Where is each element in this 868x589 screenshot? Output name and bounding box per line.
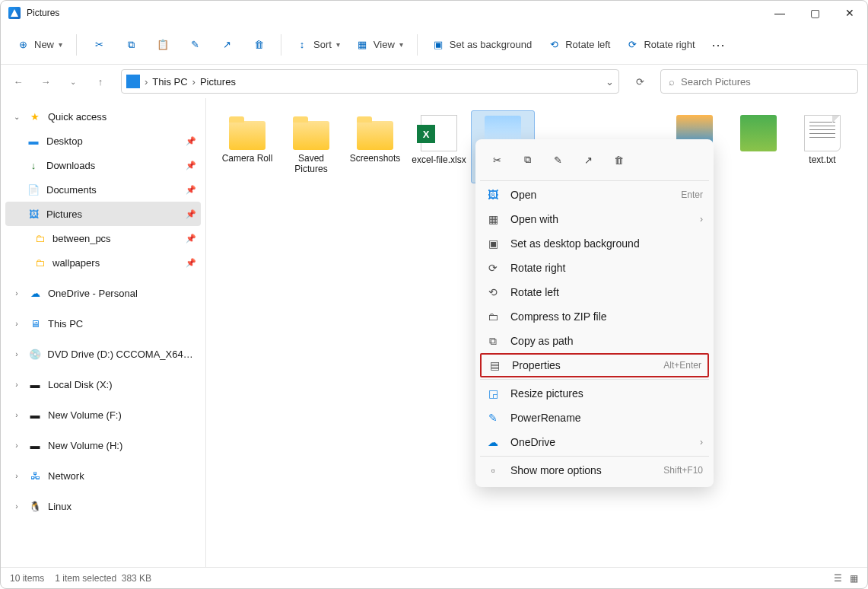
view-icon: ▦ [355,38,369,52]
nav-volh[interactable]: ›▬New Volume (H:) [5,433,201,457]
ctx-delete[interactable]: 🗑 [605,147,632,173]
nav-volf[interactable]: ›▬New Volume (F:) [5,403,201,427]
file-excel[interactable]: excel-file.xlsx [407,110,471,183]
delete-button[interactable]: 🗑 [244,32,273,58]
recent-button[interactable]: ⌄ [62,70,84,93]
rotate-left-icon: ⟲ [486,286,500,298]
ctx-cut[interactable]: ✂ [483,147,510,173]
sort-icon: ↕ [295,38,309,52]
ctx-properties[interactable]: ▤PropertiesAlt+Enter [480,353,709,377]
more-button[interactable]: ⋯ [704,32,733,58]
background-icon: ▣ [431,38,445,52]
minimize-button[interactable]: — [762,1,797,25]
nav-network[interactable]: ›🖧Network [5,463,201,488]
view-button[interactable]: ▦View▾ [349,32,409,58]
status-count: 10 items [10,573,44,584]
scissors-icon: ✂ [92,38,106,52]
more-icon: ▫ [486,464,500,476]
cut-button[interactable]: ✂ [84,32,113,58]
resize-icon: ◲ [486,387,500,400]
nav-linux[interactable]: ›🐧Linux [5,494,201,518]
new-button[interactable]: ⊕New▾ [10,32,68,58]
rename-icon: ✎ [188,38,202,52]
set-background-button[interactable]: ▣Set as background [425,32,538,58]
ctx-power-rename[interactable]: ✎PowerRename [480,406,709,430]
status-selection: 1 item selected 383 KB [55,573,151,584]
rotate-left-icon: ⟲ [547,38,561,52]
ctx-copy[interactable]: ⧉ [513,147,541,173]
search-input[interactable] [681,76,850,88]
nav-row: ← → ⌄ ↑ › This PC › Pictures ⌄ ⟳ ⌕ [1,65,867,98]
folder-icon [229,121,265,150]
nav-wallpapers[interactable]: 🗀wallpapers📌 [5,250,201,275]
folder-icon [293,121,329,150]
path-icon: ⧉ [486,335,500,348]
onedrive-icon: ☁ [486,436,500,448]
share-button[interactable]: ↗ [212,32,241,58]
background-icon: ▣ [486,237,500,250]
text-icon [804,115,841,151]
file-camera-roll[interactable]: Camera Roll [215,110,279,183]
up-button[interactable]: ↑ [89,70,112,93]
file-text[interactable]: text.txt [790,110,854,183]
icons-view-button[interactable]: ▦ [850,573,858,584]
ctx-open-with[interactable]: ▦Open with› [480,207,709,231]
close-button[interactable]: ✕ [832,1,867,25]
rotate-right-button[interactable]: ⟳Rotate right [619,32,701,58]
ctx-rotate-right[interactable]: ⟳Rotate right [480,256,709,280]
open-icon: 🖼 [486,189,500,201]
nav-onedrive[interactable]: ›☁OneDrive - Personal [5,281,201,305]
pictures-icon [126,75,140,88]
trash-icon: 🗑 [252,38,265,52]
forward-button[interactable]: → [34,70,57,93]
ctx-more-options[interactable]: ▫Show more optionsShift+F10 [480,458,709,482]
ctx-open[interactable]: 🖼OpenEnter [480,183,709,207]
back-button[interactable]: ← [7,70,30,93]
search-box[interactable]: ⌕ [660,69,858,94]
excel-icon [421,115,457,151]
nav-desktop[interactable]: ▬Desktop📌 [5,129,201,153]
ctx-resize[interactable]: ◲Resize pictures [480,381,709,406]
nav-dvd[interactable]: ›💿DVD Drive (D:) CCCOMA_X64FRE_EN-US [5,342,201,366]
copy-icon: ⧉ [524,154,531,166]
nav-downloads[interactable]: ↓Downloads📌 [5,153,201,177]
ctx-share[interactable]: ↗ [574,147,602,173]
ctx-onedrive[interactable]: ☁OneDrive› [480,430,709,454]
nav-pictures[interactable]: 🖼Pictures📌 [5,202,201,226]
powerrename-icon: ✎ [486,412,500,424]
breadcrumb[interactable]: › This PC › Pictures ⌄ [121,69,619,94]
copy-button[interactable]: ⧉ [116,32,145,58]
file-hidden3[interactable] [727,110,790,183]
rotate-left-button[interactable]: ⟲Rotate left [541,32,616,58]
open-with-icon: ▦ [486,213,500,225]
rotate-right-icon: ⟳ [486,262,500,274]
nav-documents[interactable]: 📄Documents📌 [5,177,201,202]
ctx-rename[interactable]: ✎ [544,147,571,173]
context-menu: ✂ ⧉ ✎ ↗ 🗑 🖼OpenEnter ▦Open with› ▣Set as… [475,139,714,487]
nav-pane: ⌄★Quick access ▬Desktop📌 ↓Downloads📌 📄Do… [1,98,206,567]
file-saved-pictures[interactable]: Saved Pictures [279,110,343,183]
nav-quick-access[interactable]: ⌄★Quick access [5,104,201,129]
ctx-set-bg[interactable]: ▣Set as desktop background [480,231,709,256]
maximize-button[interactable]: ▢ [797,1,832,25]
toolbar: ⊕New▾ ✂ ⧉ 📋 ✎ ↗ 🗑 ↕Sort▾ ▦View▾ ▣Set as … [1,25,867,65]
rename-icon: ✎ [554,154,562,166]
more-icon: ⋯ [711,37,727,53]
paste-button[interactable]: 📋 [148,32,177,58]
folder-icon [357,121,393,150]
copy-icon: ⧉ [124,38,138,52]
ctx-copy-path[interactable]: ⧉Copy as path [480,329,709,353]
nav-localx[interactable]: ›▬Local Disk (X:) [5,372,201,396]
details-view-button[interactable]: ☰ [834,573,842,584]
refresh-button[interactable]: ⟳ [628,70,651,93]
nav-between[interactable]: 🗀between_pcs📌 [5,226,201,250]
rename-button[interactable]: ✎ [180,32,209,58]
search-icon: ⌕ [669,76,675,88]
ctx-rotate-left[interactable]: ⟲Rotate left [480,280,709,304]
nav-thispc[interactable]: ›🖥This PC [5,311,201,336]
sort-button[interactable]: ↕Sort▾ [289,32,346,58]
file-screenshots[interactable]: Screenshots [343,110,407,183]
share-icon: ↗ [584,154,593,166]
ctx-zip[interactable]: 🗀Compress to ZIP file [480,304,709,329]
properties-icon: ▤ [488,359,501,371]
